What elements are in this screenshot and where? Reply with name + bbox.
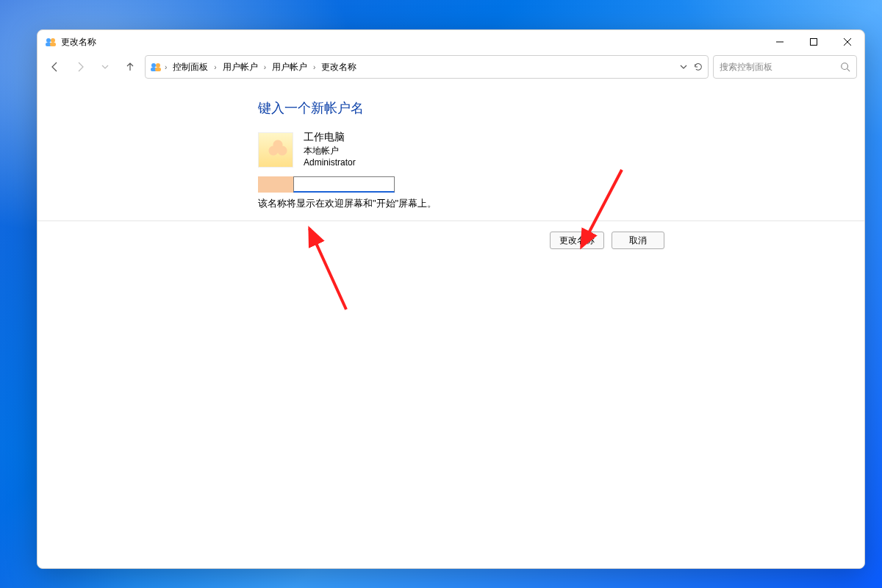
action-buttons: 更改名称 取消 xyxy=(37,221,864,249)
user-account-type: 本地帐户 xyxy=(304,145,356,157)
current-user-info: 工作电脑 本地帐户 Administrator xyxy=(258,130,728,169)
search-icon xyxy=(840,62,850,72)
redacted-block xyxy=(258,176,293,193)
user-display-name: 工作电脑 xyxy=(304,130,356,145)
window-controls xyxy=(763,30,864,54)
nav-up-button[interactable] xyxy=(120,57,140,77)
breadcrumb-item[interactable]: 用户帐户 xyxy=(269,60,310,75)
svg-rect-4 xyxy=(811,39,817,46)
svg-rect-8 xyxy=(155,68,161,71)
page-heading: 键入一个新帐户名 xyxy=(258,99,728,117)
nav-recent-dropdown[interactable] xyxy=(95,57,115,77)
cancel-button[interactable]: 取消 xyxy=(612,232,664,249)
control-panel-window: 更改名称 xyxy=(37,29,865,569)
search-placeholder: 搜索控制面板 xyxy=(720,61,840,74)
svg-point-9 xyxy=(842,63,848,70)
nav-back-button[interactable] xyxy=(45,57,65,77)
change-name-button[interactable]: 更改名称 xyxy=(550,232,604,249)
address-dropdown-icon[interactable] xyxy=(680,63,687,71)
close-button[interactable] xyxy=(831,30,864,54)
svg-rect-3 xyxy=(50,43,56,46)
user-accounts-icon xyxy=(150,61,162,73)
svg-point-5 xyxy=(151,63,156,68)
search-input[interactable]: 搜索控制面板 xyxy=(713,55,857,79)
address-bar[interactable]: › 控制面板 › 用户帐户 › 用户帐户 › 更改名称 xyxy=(145,55,709,79)
maximize-button[interactable] xyxy=(797,30,831,54)
breadcrumb-item[interactable]: 控制面板 xyxy=(170,60,211,75)
svg-point-1 xyxy=(51,38,55,43)
breadcrumb-item[interactable]: 用户帐户 xyxy=(220,60,261,75)
titlebar: 更改名称 xyxy=(37,30,864,54)
chevron-right-icon: › xyxy=(212,63,218,71)
svg-point-6 xyxy=(156,63,160,68)
user-role: Administrator xyxy=(304,157,356,169)
user-avatar xyxy=(258,132,293,168)
new-account-name-input[interactable] xyxy=(293,176,395,193)
user-accounts-icon xyxy=(45,36,57,48)
refresh-button[interactable] xyxy=(693,62,703,72)
navigation-row: › 控制面板 › 用户帐户 › 用户帐户 › 更改名称 搜索控制面板 xyxy=(37,54,864,86)
nav-forward-button[interactable] xyxy=(70,57,90,77)
window-title: 更改名称 xyxy=(61,36,96,49)
svg-point-0 xyxy=(46,38,51,43)
chevron-right-icon: › xyxy=(163,63,168,71)
chevron-right-icon: › xyxy=(262,63,268,71)
breadcrumb-item[interactable]: 更改名称 xyxy=(318,60,359,75)
input-hint: 该名称将显示在欢迎屏幕和"开始"屏幕上。 xyxy=(258,197,728,210)
chevron-right-icon: › xyxy=(312,63,317,71)
minimize-button[interactable] xyxy=(763,30,797,54)
content-area: 键入一个新帐户名 工作电脑 本地帐户 Administrator 该名称将显示在… xyxy=(37,86,864,568)
